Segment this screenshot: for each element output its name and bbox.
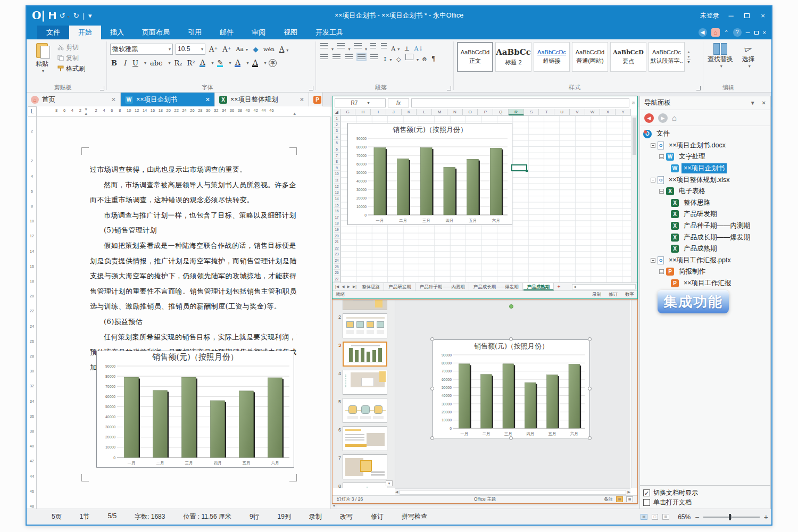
- nav-tree-item-8[interactable]: X产品研发期: [640, 209, 770, 220]
- slide-editor[interactable]: 销售额(元)（按照月份）0100002000030000400005000060…: [395, 300, 630, 488]
- doc-tab-1[interactable]: ⌂首页✕: [27, 93, 121, 106]
- scroll-right-icon[interactable]: ▶: [628, 490, 630, 494]
- spreadsheet-window[interactable]: R7▾ fx ≋ ◢GHIJKLMNOPQRSTUVWXY 1234567891…: [332, 96, 638, 299]
- select-all-corner[interactable]: ◢: [334, 109, 340, 115]
- sheet-vertical-scrollbar[interactable]: [631, 115, 637, 282]
- ribbon-tab-6[interactable]: 邮件: [211, 26, 243, 39]
- slide-frame[interactable]: [343, 342, 387, 367]
- horizontal-ruler[interactable]: 8642246810121416182022242628303234363840…: [37, 106, 330, 117]
- cut-button[interactable]: 剪切: [57, 42, 85, 53]
- formula-input[interactable]: [411, 98, 629, 107]
- doc-restore-icon[interactable]: [754, 29, 759, 36]
- notes-toggle[interactable]: 备注: [604, 496, 613, 503]
- shading-icon[interactable]: ◇: [395, 56, 402, 63]
- chart-handle-s[interactable]: [509, 436, 513, 440]
- highlight-color-icon[interactable]: ✎: [216, 59, 224, 67]
- slide-frame[interactable]: [343, 454, 387, 479]
- phonetic-guide-icon[interactable]: wén: [262, 46, 276, 52]
- sheet-tab-3[interactable]: 产品种子期——内测期: [416, 283, 469, 290]
- show-on-switch-option[interactable]: ✓ 切换文档时显示: [643, 488, 767, 497]
- minimize-button[interactable]: ─: [727, 12, 735, 20]
- row-header-2[interactable]: 2: [334, 122, 340, 128]
- close-button[interactable]: ×: [759, 12, 767, 20]
- row-header-16[interactable]: 16: [334, 208, 340, 214]
- column-header-P[interactable]: P: [478, 109, 493, 115]
- document-chart[interactable]: 销售额(元)（按照月份）0100002000030000400005000060…: [96, 351, 294, 468]
- format-painter-button[interactable]: 格式刷: [57, 63, 85, 74]
- doc-close-icon[interactable]: ×: [763, 29, 766, 36]
- chart-handle-e[interactable]: [588, 387, 592, 390]
- sheet-tab-4[interactable]: 产品成长期——爆发期: [470, 283, 523, 290]
- redo-icon[interactable]: ↻: [73, 12, 79, 20]
- align-right-icon[interactable]: [345, 54, 353, 60]
- column-header-Y[interactable]: Y: [616, 109, 631, 115]
- sheet-nav-icon-3[interactable]: ▶: [346, 285, 351, 289]
- column-headers[interactable]: ◢GHIJKLMNOPQRSTUVWXY: [334, 109, 631, 115]
- ribbon-tab-2[interactable]: 开始: [69, 26, 101, 39]
- grow-font-icon[interactable]: A⁺: [208, 45, 219, 53]
- nav-tree-item-13[interactable]: P简报制作: [640, 266, 770, 278]
- sort-icon[interactable]: A↓: [413, 45, 425, 52]
- column-header-M[interactable]: M: [432, 109, 447, 115]
- find-replace-button[interactable]: 查找替换▾: [706, 42, 734, 84]
- column-header-Q[interactable]: Q: [493, 109, 509, 115]
- formula-expand-icon[interactable]: ≋: [631, 101, 635, 105]
- nav-forward-icon[interactable]: ▶: [658, 113, 668, 123]
- line-spacing-icon[interactable]: ↕▾: [381, 56, 393, 63]
- subscript-button[interactable]: R₂: [173, 59, 183, 67]
- nav-tree-item-10[interactable]: X产品成长期——爆发期: [640, 231, 770, 243]
- styles-dialog-launcher[interactable]: [696, 86, 701, 90]
- column-header-T[interactable]: T: [539, 109, 554, 115]
- ribbon-tab-3[interactable]: 插入: [101, 26, 133, 39]
- style-item-5[interactable]: AaBbCcD要点: [610, 42, 646, 72]
- zoom-slider[interactable]: [703, 517, 759, 518]
- tree-expander-icon[interactable]: [651, 178, 655, 182]
- sheet-chart[interactable]: 销售额(元)（按照月份）0100002000030000400005000060…: [347, 123, 512, 225]
- dropdown-icon[interactable]: ▾: [144, 61, 146, 65]
- font-name-combo[interactable]: 微软雅黑▾: [110, 44, 173, 55]
- tree-expander-icon[interactable]: [651, 143, 655, 148]
- nav-tree-item-7[interactable]: X整体思路: [640, 197, 770, 209]
- doc-tab-2[interactable]: W××项目企划书✕: [121, 93, 215, 106]
- bold-button[interactable]: B: [110, 59, 118, 67]
- underline-button[interactable]: U: [131, 59, 139, 67]
- styles-scroll-down-icon[interactable]: ▼: [687, 55, 691, 59]
- ribbon-tab-7[interactable]: 审阅: [243, 26, 275, 39]
- copy-button[interactable]: 复制: [57, 53, 85, 63]
- row-header-20[interactable]: 20: [334, 233, 340, 239]
- slide-frame[interactable]: [343, 300, 387, 310]
- distribute-icon[interactable]: [370, 54, 378, 60]
- ideographic-layout-icon[interactable]: ⊜: [421, 56, 428, 63]
- column-header-O[interactable]: O: [463, 109, 478, 115]
- ribbon-tab-4[interactable]: 页面布局: [133, 26, 179, 39]
- column-header-N[interactable]: N: [447, 109, 463, 115]
- font-size-combo[interactable]: 10.5▾: [176, 44, 205, 55]
- row-header-3[interactable]: 3: [334, 128, 340, 134]
- row-header-21[interactable]: 21: [334, 239, 340, 245]
- row-header-25[interactable]: 25: [334, 264, 340, 270]
- row-header-23[interactable]: 23: [334, 251, 340, 257]
- tab-stop-selector[interactable]: L: [28, 106, 37, 117]
- help-icon[interactable]: ?: [733, 28, 742, 37]
- column-header-H[interactable]: H: [355, 109, 371, 115]
- paragraph-dialog-launcher[interactable]: [447, 86, 451, 90]
- sheet-nav-icon-4[interactable]: ▶|: [352, 285, 358, 289]
- align-center-icon[interactable]: [332, 54, 340, 60]
- dropdown-icon[interactable]: ▾: [264, 61, 266, 65]
- column-header-K[interactable]: K: [402, 109, 417, 115]
- column-header-L[interactable]: L: [417, 109, 432, 115]
- superscript-button[interactable]: R²: [186, 59, 196, 67]
- collapse-left-icon[interactable]: ◀: [699, 28, 707, 37]
- row-header-1[interactable]: 1: [334, 115, 340, 122]
- status-item-11[interactable]: 拼写检查: [393, 512, 436, 521]
- document-text[interactable]: 过市场调查获得，由此也显示出市场调查的重要。然而，市场调查常被高层领导人与策划书…: [90, 162, 296, 375]
- nav-close-icon[interactable]: ✕: [762, 100, 766, 106]
- login-status[interactable]: 未登录: [700, 11, 719, 20]
- nav-back-icon[interactable]: ◀: [644, 113, 654, 123]
- slide-frame[interactable]: [343, 370, 387, 395]
- status-item-10[interactable]: 修订: [362, 512, 393, 521]
- sheet-nav-icon-2[interactable]: ◀: [340, 285, 345, 289]
- app-logo-icon[interactable]: O|: [32, 9, 45, 22]
- bullet-list-icon[interactable]: [320, 43, 328, 49]
- column-header-G[interactable]: G: [340, 109, 356, 115]
